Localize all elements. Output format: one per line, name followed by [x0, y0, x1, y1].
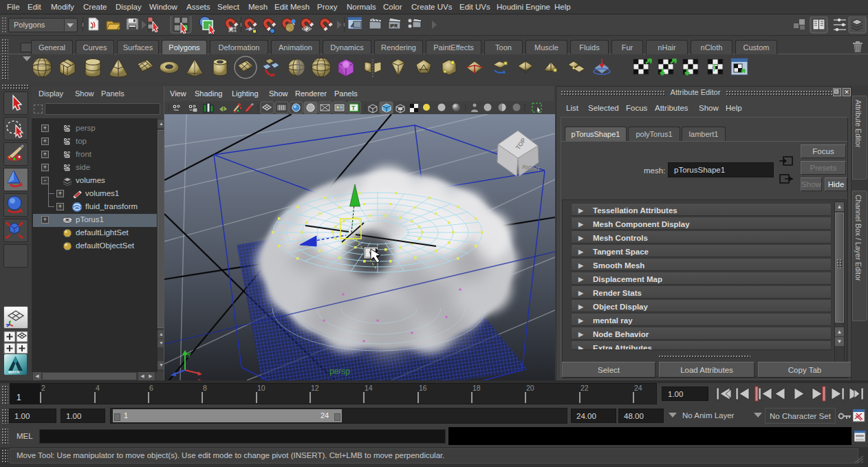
- svg-text:MAYA: MAYA: [8, 370, 20, 374]
- svg-text:IPR: IPR: [390, 23, 398, 28]
- svg-text:T: T: [711, 63, 717, 74]
- svg-text:T: T: [351, 105, 356, 111]
- svg-text:persp: persp: [329, 367, 350, 376]
- svg-text:y: y: [188, 351, 191, 358]
